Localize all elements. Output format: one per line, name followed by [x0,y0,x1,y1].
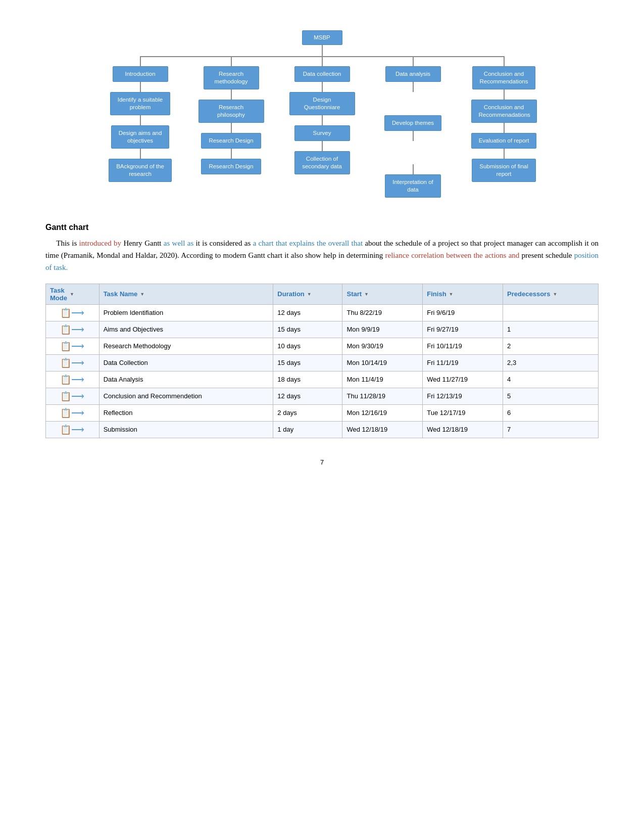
predecessors-cell: 5 [503,388,599,404]
duration-cell: 18 days [273,371,342,388]
org-box-l1-3: Data analysis [385,66,441,82]
org-box-l3-1: Research Design [201,133,261,149]
org-box-l3-4: Evaluation of report [471,133,537,149]
task-mode-icon: 📋⟶ [60,325,84,335]
finish-cell: Fri 11/1/19 [423,354,503,371]
predecessors-cell: 1 [503,321,599,338]
icon-cell: 📋⟶ [46,321,100,338]
table-row: 📋⟶Aims and Objectives15 daysMon 9/9/19Fr… [46,321,599,338]
org-box-l2-2: Design Questionniare [289,92,355,115]
task-name-cell: Problem Identifiation [99,304,273,321]
task-mode-icon: 📋⟶ [60,408,84,418]
start-cell: Mon 10/14/19 [342,354,423,371]
section-title: Gantt chart [45,223,599,232]
gantt-table: TaskMode ▼ Task Name ▼ Duration ▼ Start … [45,284,599,438]
predecessors-cell: 6 [503,404,599,421]
icon-cell: 📋⟶ [46,354,100,371]
finish-cell: Fri 9/27/19 [423,321,503,338]
org-box-l1-1: Researchmethodology [204,66,259,89]
start-cell: Thu 8/22/19 [342,304,423,321]
text-blue-2: a chart that explains the overall that [253,239,363,247]
table-header-row: TaskMode ▼ Task Name ▼ Duration ▼ Start … [46,284,599,304]
org-box-l3-2: Survey [294,125,350,141]
org-box-l4-3: Interpretation ofdata [385,174,441,198]
icon-cell: 📋⟶ [46,404,100,421]
table-row: 📋⟶Data Analysis18 daysMon 11/4/19Wed 11/… [46,371,599,388]
start-cell: Mon 12/16/19 [342,404,423,421]
task-name-cell: Submission [99,421,273,438]
org-box-l1-4: Conclusion andRecommendations [472,66,536,89]
predecessors-cell [503,304,599,321]
finish-cell: Fri 12/13/19 [423,388,503,404]
duration-cell: 2 days [273,404,342,421]
icon-cell: 📋⟶ [46,338,100,354]
org-box-l1-2: Data collection [294,66,350,82]
text-red-1: introduced by [79,239,121,247]
duration-cell: 10 days [273,338,342,354]
task-name-cell: Data Collection [99,354,273,371]
task-mode-icon: 📋⟶ [60,391,84,401]
org-box-l2-0: Identify a suitableproblem [110,92,171,115]
start-cell: Mon 9/30/19 [342,338,423,354]
th-finish[interactable]: Finish ▼ [423,284,503,304]
duration-cell: 15 days [273,354,342,371]
start-cell: Thu 11/28/19 [342,388,423,404]
task-name-cell: Reflection [99,404,273,421]
duration-cell: 12 days [273,304,342,321]
icon-cell: 📋⟶ [46,304,100,321]
table-row: 📋⟶Reflection2 daysMon 12/16/19Tue 12/17/… [46,404,599,421]
page: { "orgchart": { "root": "MSBP", "level1"… [0,0,644,834]
finish-cell: Fri 10/11/19 [423,338,503,354]
task-mode-icon: 📋⟶ [60,358,84,368]
gantt-section: Gantt chart This is introduced by Henry … [45,223,599,273]
table-row: 📋⟶Submission1 dayWed 12/18/19Wed 12/18/1… [46,421,599,438]
org-box-l4-0: BAckground of theresearch [109,159,172,182]
start-cell: Mon 11/4/19 [342,371,423,388]
finish-cell: Tue 12/17/19 [423,404,503,421]
th-task-name[interactable]: Task Name ▼ [99,284,273,304]
start-cell: Wed 12/18/19 [342,421,423,438]
icon-cell: 📋⟶ [46,371,100,388]
duration-cell: 1 day [273,421,342,438]
task-name-cell: Research Methodology [99,338,273,354]
table-row: 📋⟶Conclusion and Recommendetion12 daysTh… [46,388,599,404]
finish-cell: Wed 11/27/19 [423,371,503,388]
duration-cell: 15 days [273,321,342,338]
th-task-mode[interactable]: TaskMode ▼ [46,284,100,304]
predecessors-cell: 4 [503,371,599,388]
org-box-root: MSBP [302,30,342,45]
intro-paragraph: This is introduced by Henry Gantt as wel… [45,237,599,273]
task-mode-icon: 📋⟶ [60,341,84,351]
table-row: 📋⟶Data Collection15 daysMon 10/14/19Fri … [46,354,599,371]
icon-cell: 📋⟶ [46,421,100,438]
predecessors-cell: 2 [503,338,599,354]
table-row: 📋⟶Problem Identifiation12 daysThu 8/22/1… [46,304,599,321]
org-root: MSBP [302,30,342,56]
task-mode-icon: 📋⟶ [60,308,84,318]
table-row: 📋⟶Research Methodology10 daysMon 9/30/19… [46,338,599,354]
page-number: 7 [45,458,599,466]
th-duration[interactable]: Duration ▼ [273,284,342,304]
org-box-l2-1: Reserach philosophy [199,100,264,123]
org-box-l4-2: Collection ofsecondary data [294,151,350,174]
predecessors-cell: 7 [503,421,599,438]
org-box-l4-1: Research Design [201,159,261,174]
task-name-cell: Aims and Objectives [99,321,273,338]
finish-cell: Fri 9/6/19 [423,304,503,321]
org-box-l2-special: Develop themes [384,115,441,131]
th-start[interactable]: Start ▼ [342,284,423,304]
task-mode-icon: 📋⟶ [60,375,84,385]
start-cell: Mon 9/9/19 [342,321,423,338]
org-box-l4-4: Submission of finalreport [472,159,536,182]
org-box-l3-0: Design aims andobjectives [111,125,170,149]
task-mode-icon: 📋⟶ [60,425,84,435]
org-box-l1-0: Introduction [113,66,168,82]
icon-cell: 📋⟶ [46,388,100,404]
predecessors-cell: 2,3 [503,354,599,371]
text-red-2: reliance correlation between the actions… [385,251,520,259]
org-box-l2-4: Conclusion andRecommenadations [471,100,537,123]
text-blue-1: as well as [164,239,193,247]
finish-cell: Wed 12/18/19 [423,421,503,438]
duration-cell: 12 days [273,388,342,404]
th-predecessors[interactable]: Predecessors ▼ [503,284,599,304]
